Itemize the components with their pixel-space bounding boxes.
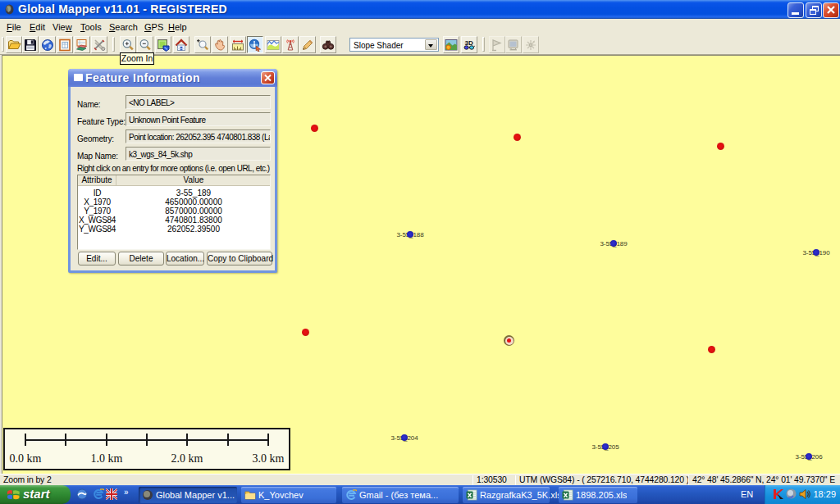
svg-text:3D: 3D xyxy=(465,39,473,47)
